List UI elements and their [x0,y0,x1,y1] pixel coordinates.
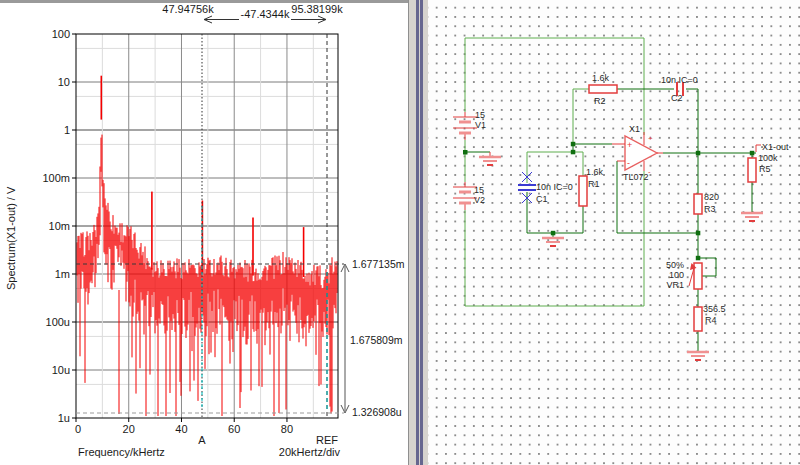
schematic-canvas[interactable]: 15 V1 15 V2 [428,0,800,465]
y-tick-label: 1 [64,124,70,136]
app-window: 100101100m10m1m100u10u1u020406080 [0,0,800,465]
r5-value: 100k [758,153,778,163]
c2-name: C2 [671,93,683,103]
y-tick-label: 10 [58,76,70,88]
x-tick-label: 80 [281,423,293,435]
per-div-label: 20kHertz/div [279,446,341,458]
span-arrow [341,264,349,413]
spectrum-plot: 100101100m10m1m100u10u1u020406080 [0,3,410,465]
v2-value: 15 [474,185,484,195]
harmonic-peak [303,227,305,277]
ground-left[interactable] [479,152,501,165]
output-pin-x1-out[interactable]: X1-out [756,142,789,152]
resistor-r2[interactable]: 1.6k R2 [589,73,617,106]
schematic-panel: 15 V1 15 V2 [428,0,800,465]
panel-splitter[interactable] [408,0,428,465]
y-tick-label: 10u [52,364,70,376]
level-lower-readout: 1.326908u [352,406,402,418]
c2-value: 10n IC=0 [661,75,698,85]
opamp-plus-input-mark: + [627,140,632,150]
spectrum-trace [77,76,337,416]
y-tick-label: 100 [52,28,70,40]
harmonic-peak [252,218,254,276]
cursor-a-label: A [198,434,206,446]
c1-value: 10n IC=0 [536,182,573,192]
ground-right[interactable] [741,213,763,221]
x-axis-title: Frequency/kHertz [78,446,165,458]
r4-value: 356.5 [703,304,726,314]
vr1-percent: 50% [666,260,684,270]
y-tick-label: 1u [58,412,70,424]
r5-name: R5 [759,164,771,174]
ground-bottom[interactable] [687,352,709,360]
r2-name: R2 [594,96,606,106]
noise-floor-trace [77,135,337,416]
v1-name: V1 [475,120,486,130]
y-tick-label: 100m [42,172,70,184]
resistor-r3[interactable]: 820 R3 [694,192,719,214]
y-axis-title: Spectrum(X1-out) / V [5,186,17,290]
x-tick-label: 60 [228,423,240,435]
ground-mid[interactable] [542,238,564,246]
r2-value: 1.6k [592,73,610,83]
v2-name: V2 [474,195,485,205]
spectrum-plot-panel: 100101100m10m1m100u10u1u020406080 [0,0,410,465]
y-tick-label: 100u [46,316,70,328]
level-upper-readout: 1.677135m [352,258,405,270]
level-span-readout: 1.675809m [350,334,403,346]
r1-value: 1.6k [586,167,604,177]
r3-value: 820 [704,192,719,202]
c1-name: C1 [536,194,548,204]
capacitor-c1[interactable]: 10n IC=0 C1 [518,172,573,204]
opamp-minus-input-mark: - [627,158,630,168]
battery-v1[interactable]: 15 V1 [453,110,486,140]
cursor-ref-readout: 95.38199k [291,3,343,15]
battery-v2[interactable]: 15 V2 [453,182,485,210]
vr1-value: 100 [669,270,684,280]
resistor-r4[interactable]: 356.5 R4 [694,304,726,331]
ref-label: REF [316,434,338,446]
harmonic-peak [151,192,153,270]
potentiometer-vr1[interactable]: 50% 100 VR1 [666,260,702,290]
x-tick-label: 20 [123,423,135,435]
resistor-r5[interactable]: 100k R5 [748,153,778,182]
r4-name: R4 [705,315,717,325]
splitter-bar [420,0,423,465]
splitter-bar [416,0,419,465]
v1-value: 15 [475,110,485,120]
y-tick-label: 1m [55,268,70,280]
cursor-a-readout: 47.94756k [162,3,214,15]
x1-out-label: X1-out [762,142,789,152]
opamp-vplus-mark: + [648,134,653,143]
delta-readout: -47.4344k [241,8,290,20]
r3-name: R3 [704,204,716,214]
x1-name: X1 [629,124,640,134]
y-tick-label: 10m [49,220,70,232]
opamp-x1[interactable]: + - + - X1 TL072 [612,124,663,182]
x1-value: TL072 [623,172,649,182]
x-tick-label: 0 [75,423,81,435]
vr1-name: VR1 [666,280,684,290]
x-tick-label: 40 [175,423,187,435]
harmonic-peak [101,76,103,120]
r1-name: R1 [588,179,600,189]
